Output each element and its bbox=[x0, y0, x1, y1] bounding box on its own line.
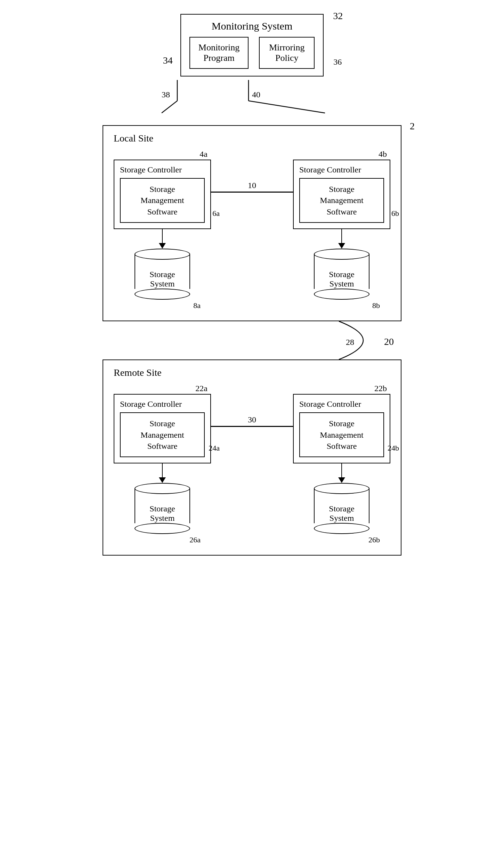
local-h-connector-wrapper: 10 bbox=[211, 181, 293, 193]
local-controllers-row: 4a Storage Controller StorageManagementS… bbox=[114, 149, 390, 310]
local-sms-b-ref: 6b bbox=[391, 208, 399, 219]
local-cylinder-a-label: StorageSystem bbox=[149, 270, 175, 289]
local-storage-b-ref: 8b bbox=[372, 301, 380, 310]
remote-sms-a-label: StorageManagementSoftware bbox=[140, 419, 184, 451]
remote-cylinder-a-bottom bbox=[135, 523, 190, 534]
remote-controller-a-title: Storage Controller bbox=[120, 399, 205, 409]
top-connectors-svg: 38 40 bbox=[103, 80, 401, 125]
remote-controllers-row: 22a Storage Controller StorageManagement… bbox=[114, 384, 390, 544]
mirroring-policy-label: MirroringPolicy bbox=[269, 42, 305, 63]
local-sms-a-box: StorageManagementSoftware 6a bbox=[120, 178, 205, 223]
remote-site-box: Remote Site 22a Storage Controller Stora… bbox=[103, 359, 401, 556]
local-sms-b-box: StorageManagementSoftware 6b bbox=[299, 178, 384, 223]
remote-h-connector-wrapper: 30 bbox=[211, 415, 293, 427]
local-arrow-a bbox=[159, 229, 166, 249]
local-cylinder-b-top bbox=[314, 249, 369, 260]
local-cylinder-b-label: StorageSystem bbox=[329, 270, 354, 289]
cross-site-svg: 28 20 bbox=[103, 321, 401, 359]
local-cylinder-b-bottom bbox=[314, 289, 369, 300]
local-h-connector-ref: 10 bbox=[248, 181, 256, 190]
local-storage-a-wrapper: StorageSystem 8a bbox=[135, 249, 190, 310]
remote-controller-b-box: Storage Controller StorageManagementSoft… bbox=[293, 394, 390, 463]
local-cylinder-a-bottom bbox=[135, 289, 190, 300]
remote-controller-b-wrapper: 22b Storage Controller StorageManagement… bbox=[293, 384, 390, 544]
local-controller-a-wrapper: 4a Storage Controller StorageManagementS… bbox=[114, 149, 211, 310]
monitoring-inner-boxes: MonitoringProgram MirroringPolicy bbox=[189, 37, 315, 69]
remote-controller-b-ref: 22b bbox=[374, 384, 387, 393]
remote-sms-a-ref: 24a bbox=[209, 443, 220, 453]
svg-text:28: 28 bbox=[346, 338, 354, 347]
remote-controller-b-title: Storage Controller bbox=[299, 399, 384, 409]
ref-34: 34 bbox=[163, 55, 173, 66]
local-controller-b-wrapper: 4b Storage Controller StorageManagementS… bbox=[293, 149, 390, 310]
local-cylinder-a-top bbox=[135, 249, 190, 260]
local-sms-b-label: StorageManagementSoftware bbox=[320, 185, 363, 216]
remote-storage-a-ref: 26a bbox=[189, 535, 201, 544]
local-controller-b-box: Storage Controller StorageManagementSoft… bbox=[293, 160, 390, 229]
local-controller-a-ref: 4a bbox=[200, 149, 208, 159]
monitoring-system-box: Monitoring System MonitoringProgram Mirr… bbox=[180, 14, 324, 76]
monitoring-program-box: MonitoringProgram bbox=[189, 37, 249, 69]
remote-cylinder-b: StorageSystem bbox=[314, 483, 369, 534]
remote-storage-b-ref: 26b bbox=[368, 535, 380, 544]
local-sms-a-ref: 6a bbox=[212, 208, 220, 219]
remote-controller-a-wrapper: 22a Storage Controller StorageManagement… bbox=[114, 384, 211, 544]
local-cylinder-b: StorageSystem bbox=[314, 249, 369, 300]
remote-cylinder-b-label: StorageSystem bbox=[329, 504, 354, 523]
monitoring-program-label: MonitoringProgram bbox=[198, 42, 239, 63]
remote-arrow-b bbox=[338, 463, 345, 483]
local-site-ref: 2 bbox=[410, 121, 415, 132]
svg-text:20: 20 bbox=[384, 336, 394, 347]
remote-sms-b-label: StorageManagementSoftware bbox=[320, 419, 363, 451]
local-controller-b-title: Storage Controller bbox=[299, 165, 384, 175]
local-site-box: Local Site 2 4a Storage Controller Stora… bbox=[103, 125, 401, 321]
diagram-container: 34 Monitoring System MonitoringProgram M… bbox=[96, 14, 408, 556]
monitoring-system-title: Monitoring System bbox=[189, 20, 315, 32]
local-storage-a-ref: 8a bbox=[193, 301, 201, 310]
local-cylinder-a: StorageSystem bbox=[135, 249, 190, 300]
local-controller-b-ref: 4b bbox=[379, 149, 387, 159]
remote-arrow-a bbox=[159, 463, 166, 483]
remote-site-label: Remote Site bbox=[114, 367, 390, 378]
svg-line-3 bbox=[249, 101, 325, 113]
remote-storage-a-wrapper: StorageSystem 26a bbox=[135, 483, 190, 544]
svg-line-1 bbox=[162, 101, 177, 113]
svg-text:38: 38 bbox=[162, 90, 170, 99]
remote-cylinder-a: StorageSystem bbox=[135, 483, 190, 534]
remote-sms-b-box: StorageManagementSoftware 24b bbox=[299, 412, 384, 457]
local-controller-a-box: Storage Controller StorageManagementSoft… bbox=[114, 160, 211, 229]
remote-h-connector-ref: 30 bbox=[248, 415, 256, 424]
remote-sms-b-ref: 24b bbox=[388, 443, 399, 453]
remote-cylinder-a-label: StorageSystem bbox=[149, 504, 175, 523]
svg-text:40: 40 bbox=[252, 90, 260, 99]
remote-h-connector-line bbox=[211, 426, 293, 427]
local-controller-a-title: Storage Controller bbox=[120, 165, 205, 175]
local-storage-b-wrapper: StorageSystem 8b bbox=[314, 249, 369, 310]
remote-cylinder-b-bottom bbox=[314, 523, 369, 534]
ref-36-inner: 36 bbox=[333, 57, 342, 67]
remote-controller-a-box: Storage Controller StorageManagementSoft… bbox=[114, 394, 211, 463]
local-site-label: Local Site bbox=[114, 133, 390, 144]
remote-sms-a-box: StorageManagementSoftware 24a bbox=[120, 412, 205, 457]
remote-storage-b-wrapper: StorageSystem 26b bbox=[314, 483, 369, 544]
remote-controller-a-ref: 22a bbox=[195, 384, 208, 393]
local-h-connector-line bbox=[211, 192, 293, 193]
local-arrow-b bbox=[338, 229, 345, 249]
monitoring-system-wrapper: 34 Monitoring System MonitoringProgram M… bbox=[180, 14, 324, 76]
local-sms-a-label: StorageManagementSoftware bbox=[140, 185, 184, 216]
mirroring-policy-box: MirroringPolicy bbox=[259, 37, 315, 69]
